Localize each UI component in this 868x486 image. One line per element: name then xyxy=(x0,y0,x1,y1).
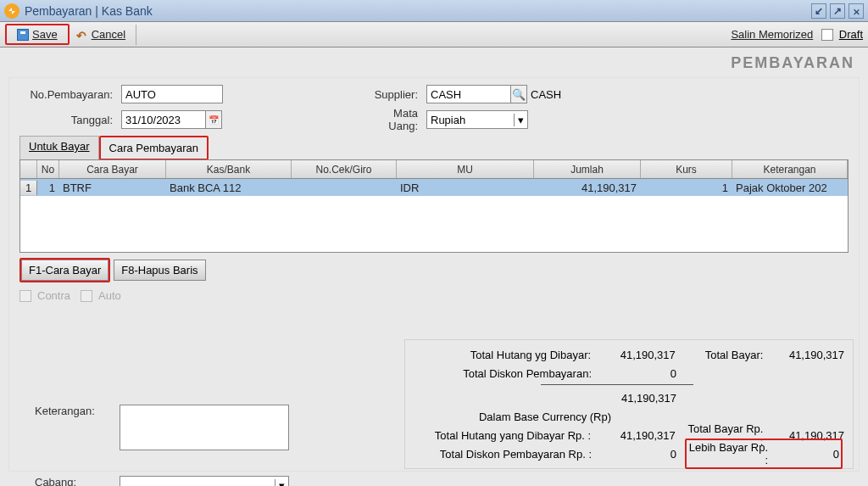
lebih-bayar-label: Lebih Bayar Rp. : xyxy=(688,441,773,466)
base-currency-label: Dalam Base Currency (Rp) xyxy=(414,411,685,423)
cabang-select[interactable]: ▾ xyxy=(120,476,289,486)
col-jumlah[interactable]: Jumlah xyxy=(534,160,641,178)
auto-label: Auto xyxy=(98,289,121,302)
save-highlight: Save xyxy=(5,24,70,45)
supplier-label: Supplier: xyxy=(367,88,426,101)
total-hutang-rp-value: 41,190,317 xyxy=(599,429,684,442)
total-diskon-value: 0 xyxy=(600,367,685,380)
maximize-icon[interactable]: ↗ xyxy=(830,3,845,19)
cancel-button[interactable]: Cancel xyxy=(70,26,132,42)
total-bayar-value: 41,190,317 xyxy=(768,349,844,361)
undo-icon xyxy=(76,29,88,41)
cell-keterangan[interactable]: Pajak Oktober 202 xyxy=(732,181,848,195)
col-keterangan[interactable]: Keterangan xyxy=(732,160,848,178)
cell-mu[interactable]: IDR xyxy=(397,181,534,195)
lower-left-form: Keterangan: Cabang: ▾ xyxy=(35,405,289,486)
total-diskon-label: Total Diskon Pembayaran: xyxy=(414,367,600,380)
supplier-input[interactable] xyxy=(426,85,511,103)
totals-panel: Total Hutang yg Dibayar: 41,190,317 Tota… xyxy=(404,339,854,469)
total-hutang-label: Total Hutang yg Dibayar: xyxy=(414,349,599,361)
cell-cara-bayar[interactable]: BTRF xyxy=(59,181,166,195)
draft-checkbox-wrap[interactable]: Draft xyxy=(821,28,863,42)
salin-memorized-link[interactable]: Salin Memorized xyxy=(731,28,813,41)
col-kas-bank[interactable]: Kas/Bank xyxy=(166,160,292,178)
chevron-down-icon: ▾ xyxy=(275,479,288,487)
mata-uang-select[interactable]: Rupiah ▾ xyxy=(426,110,528,129)
grid-buttons: F1-Cara Bayar F8-Hapus Baris xyxy=(19,258,849,282)
tab-highlight: Cara Pembayaran xyxy=(99,136,209,160)
contra-label: Contra xyxy=(37,289,70,302)
window-title: Pembayaran | Kas Bank xyxy=(25,4,811,18)
close-icon[interactable]: ⨉ xyxy=(849,3,864,19)
disabled-checks: Contra Auto xyxy=(19,289,849,302)
lebih-bayar-highlight: Lebih Bayar Rp. : 0 xyxy=(685,439,843,469)
f8-hapus-baris-button[interactable]: F8-Hapus Baris xyxy=(114,260,205,281)
draft-label: Draft xyxy=(839,28,863,41)
save-icon xyxy=(17,29,29,41)
f1-cara-bayar-button[interactable]: F1-Cara Bayar xyxy=(21,260,108,281)
grid-header: No Cara Bayar Kas/Bank No.Cek/Giro MU Ju… xyxy=(20,160,848,179)
contra-checkbox xyxy=(19,290,31,302)
no-pembayaran-label: No.Pembayaran: xyxy=(19,88,121,101)
total-diskon-rp-value: 0 xyxy=(600,448,685,461)
tab-cara-pembayaran[interactable]: Cara Pembayaran xyxy=(103,139,206,157)
cell-kas-bank[interactable]: Bank BCA 112 xyxy=(166,181,292,195)
cell-jumlah[interactable]: 41,190,317 xyxy=(534,181,641,195)
supplier-name: CASH xyxy=(531,88,561,101)
row-number: 1 xyxy=(20,181,37,195)
app-icon xyxy=(4,3,19,19)
tabs: Untuk Bayar Cara Pembayaran xyxy=(19,136,849,160)
toolbar: Save Cancel Salin Memorized Draft xyxy=(0,22,868,47)
window-controls: ↙ ↗ ⨉ xyxy=(811,3,864,19)
search-icon[interactable]: 🔍 xyxy=(510,85,527,103)
title-bar: Pembayaran | Kas Bank ↙ ↗ ⨉ xyxy=(0,0,868,22)
mata-uang-label: Mata Uang: xyxy=(367,107,426,132)
tanggal-input[interactable] xyxy=(121,110,206,129)
table-row[interactable]: 1 1 BTRF Bank BCA 112 IDR 41,190,317 1 P… xyxy=(20,179,848,196)
cell-kurs[interactable]: 1 xyxy=(641,181,732,195)
save-button[interactable]: Save xyxy=(10,26,64,42)
cabang-label: Cabang: xyxy=(35,476,120,486)
keterangan-label: Keterangan: xyxy=(35,405,120,417)
auto-checkbox xyxy=(81,290,92,302)
payment-grid: No Cara Bayar Kas/Bank No.Cek/Giro MU Ju… xyxy=(19,159,849,253)
col-cara-bayar[interactable]: Cara Bayar xyxy=(59,160,166,178)
chevron-down-icon: ▾ xyxy=(514,114,527,126)
draft-checkbox[interactable] xyxy=(821,29,833,41)
total-diskon-rp-label: Total Diskon Pembayaran Rp. : xyxy=(414,448,600,461)
cell-no-cek[interactable] xyxy=(292,187,397,188)
f1-highlight: F1-Cara Bayar xyxy=(19,258,110,282)
cell-no[interactable]: 1 xyxy=(37,181,59,195)
total-bayar-label: Total Bayar: xyxy=(684,349,769,361)
tb-separator xyxy=(136,25,136,45)
total-hutang-value: 41,190,317 xyxy=(599,349,684,361)
page-heading: PEMBAYARAN xyxy=(8,54,860,72)
content-area: PEMBAYARAN No.Pembayaran: Supplier: 🔍 CA… xyxy=(0,47,868,486)
col-mu[interactable]: MU xyxy=(397,160,534,178)
total-hutang-rp-label: Total Hutang yang Dibayar Rp. : xyxy=(414,429,599,442)
no-pembayaran-input[interactable] xyxy=(121,85,223,103)
col-no[interactable]: No xyxy=(37,160,59,178)
minimize-icon[interactable]: ↙ xyxy=(811,3,826,19)
col-no-cek[interactable]: No.Cek/Giro xyxy=(292,160,397,178)
subtotal-value: 41,190,317 xyxy=(600,392,685,405)
grid-corner xyxy=(20,160,37,178)
form-box: No.Pembayaran: Supplier: 🔍 CASH Tanggal:… xyxy=(8,77,860,472)
keterangan-input[interactable] xyxy=(120,405,289,450)
mata-uang-value: Rupiah xyxy=(427,114,514,126)
col-kurs[interactable]: Kurs xyxy=(641,160,732,178)
lebih-bayar-value: 0 xyxy=(773,448,839,461)
calendar-icon[interactable]: 📅 xyxy=(205,110,222,129)
tanggal-label: Tanggal: xyxy=(19,114,121,126)
tab-untuk-bayar[interactable]: Untuk Bayar xyxy=(19,136,99,160)
separator-line xyxy=(541,384,693,385)
